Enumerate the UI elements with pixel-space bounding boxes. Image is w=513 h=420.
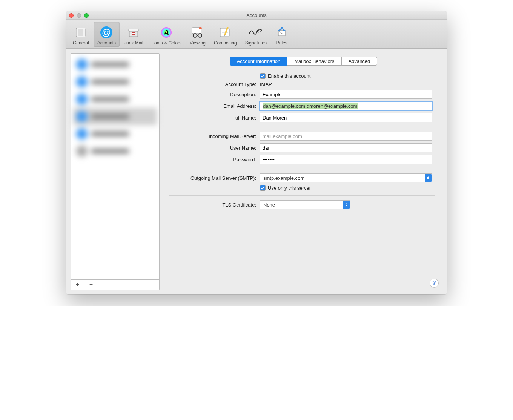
toolbar-rules[interactable]: Rules [271,22,292,47]
remove-account-button[interactable]: − [84,280,98,290]
toolbar-accounts[interactable]: @ Accounts [94,22,120,47]
incoming-server-input [260,132,432,141]
titlebar: Accounts [66,11,447,20]
password-label: Password: [165,157,260,162]
toolbar-label: Junk Mail [124,40,143,46]
full-name-label: Full Name: [165,115,260,121]
minimize-window-button[interactable] [77,13,81,18]
toolbar-label: General [73,40,89,46]
use-only-server-label: Use only this server [268,185,311,191]
accounts-list[interactable] [71,54,159,279]
username-label: User Name: [165,145,260,151]
tab-advanced[interactable]: Advanced [341,57,378,66]
account-type-value: IMAP [260,81,272,87]
toolbar-general[interactable]: General [69,22,93,47]
description-input[interactable] [260,90,432,99]
composing-icon [219,26,232,39]
preferences-window: Accounts General @ Accounts Junk Mail A … [66,11,447,294]
toolbar-label: Rules [276,40,287,46]
detail-tabs: Account Information Mailbox Behaviors Ad… [165,57,442,66]
toolbar-label: Signatures [245,40,267,46]
username-input[interactable] [260,143,432,152]
password-input[interactable] [260,155,432,164]
at-icon: @ [100,26,113,39]
divider [169,169,435,169]
chevron-up-down-icon [425,174,432,182]
svg-rect-1 [78,29,83,36]
account-detail-pane: Account Information Mailbox Behaviors Ad… [165,53,442,290]
enable-account-checkbox[interactable] [260,73,266,79]
description-label: Description: [165,92,260,97]
close-window-button[interactable] [69,13,74,18]
add-account-button[interactable]: + [71,280,84,290]
rules-icon [275,26,288,39]
svg-text:A: A [163,28,169,37]
toolbar-label: Fonts & Colors [152,40,181,46]
tls-value: None [263,202,275,208]
svg-point-12 [193,34,197,37]
zoom-window-button[interactable] [84,13,89,18]
divider [169,127,435,127]
smtp-select[interactable]: smtp.example.com [260,173,432,182]
svg-rect-5 [129,29,138,31]
fonts-icon: A [160,26,173,39]
smtp-label: Outgoing Mail Server (SMTP): [165,175,260,181]
email-address-input[interactable]: dan@example.com,dmoren@example.com [260,101,432,110]
svg-point-13 [198,34,202,37]
sidebar-footer-spacer [98,280,159,290]
viewing-icon [191,26,204,39]
smtp-value: smtp.example.com [263,175,304,181]
email-address-label: Email Address: [165,103,260,109]
accounts-sidebar: + − [71,53,160,290]
help-button[interactable]: ? [430,279,439,288]
divider [169,195,435,196]
window-title: Accounts [69,12,444,18]
tls-label: TLS Certificate: [165,202,260,208]
account-type-label: Account Type: [165,81,260,87]
preferences-toolbar: General @ Accounts Junk Mail A Fonts & C… [66,20,447,49]
svg-point-20 [257,29,262,33]
incoming-server-label: Incoming Mail Server: [165,133,260,139]
toolbar-label: Accounts [97,40,116,46]
signatures-icon [247,26,264,39]
toolbar-composing[interactable]: Composing [210,22,241,47]
tab-account-information[interactable]: Account Information [230,57,288,66]
general-icon [75,26,87,39]
tls-certificate-select[interactable]: None [260,200,350,209]
toolbar-viewing[interactable]: Viewing [186,22,209,47]
toolbar-fonts-colors[interactable]: A Fonts & Colors [148,22,185,47]
svg-rect-7 [132,33,135,34]
chevron-up-down-icon [343,201,350,209]
enable-account-label: Enable this account [268,73,310,79]
full-name-input[interactable] [260,113,432,122]
toolbar-label: Viewing [190,40,206,46]
junk-icon [127,26,140,39]
toolbar-junk-mail[interactable]: Junk Mail [120,22,147,47]
svg-text:@: @ [102,27,111,37]
use-only-server-checkbox[interactable] [260,185,266,191]
toolbar-label: Composing [214,40,237,46]
toolbar-signatures[interactable]: Signatures [241,22,270,47]
email-address-value: dan@example.com,dmoren@example.com [263,103,358,109]
tab-mailbox-behaviors[interactable]: Mailbox Behaviors [287,57,341,66]
